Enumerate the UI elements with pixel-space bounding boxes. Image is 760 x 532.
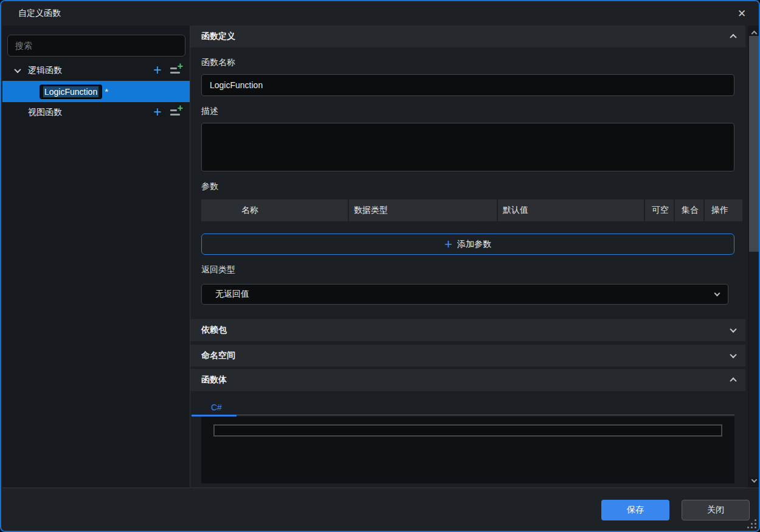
scroll-down-arrow[interactable] [748,475,760,485]
function-tree-sidebar: 逻辑函数 + + LogicFunction * 视图函数 + + [2,26,190,487]
resize-grip[interactable] [745,517,758,530]
chevron-down-icon [714,291,720,297]
scrollbar-thumb[interactable] [749,36,759,252]
plus-icon: + [444,238,452,250]
chevron-up-icon [730,378,736,384]
tab-csharp[interactable]: C# [201,399,232,415]
add-param-button[interactable]: + 添加参数 [201,233,734,255]
add-param-label: 添加参数 [457,239,491,250]
vertical-scrollbar[interactable] [748,26,760,488]
custom-function-dialog: 自定义函数 ✕ 逻辑函数 + + LogicFunction * 视图函数 [0,0,760,532]
tree-item-logicfunction[interactable]: LogicFunction * [2,81,190,102]
dialog-footer: 保存 关闭 [2,488,760,531]
chevron-down-icon [730,351,736,358]
tree-group-view-functions[interactable]: 视图函数 + + [2,104,190,121]
tree-group-logic-functions[interactable]: 逻辑函数 + + [2,62,190,79]
tree-group-label: 视图函数 [28,107,151,118]
params-table-header: 名称 数据类型 默认值 可空 集合 操作 [201,199,742,221]
params-label: 参数 [201,181,734,193]
description-label: 描述 [201,106,734,118]
add-function-icon[interactable]: + [151,105,164,120]
col-header-nullable: 可空 [644,199,674,221]
close-icon[interactable]: ✕ [734,6,749,21]
modified-indicator: * [105,86,108,97]
col-header-default: 默认值 [497,199,644,221]
code-tabbar: C# [201,399,734,415]
chevron-up-icon [730,34,736,41]
section-title: 函数定义 [201,31,235,42]
section-title: 依赖包 [201,325,227,336]
function-name-label: 函数名称 [201,57,734,69]
definition-fields: 函数名称 描述 参数 名称 数据类型 默认值 可空 集合 操作 + 添加参数 [190,57,745,319]
rename-input[interactable]: LogicFunction [40,85,102,99]
save-button[interactable]: 保存 [601,500,669,520]
search-input[interactable] [7,35,185,57]
scroll-up-arrow[interactable] [748,27,760,36]
section-header-namespaces[interactable]: 命名空间 [190,345,745,367]
tree-group-label: 逻辑函数 [28,65,151,76]
return-type-label: 返回类型 [201,264,734,277]
function-name-input[interactable] [201,74,734,96]
form-content: 函数定义 函数名称 描述 参数 名称 数据类型 默认值 可空 集合 操作 [190,26,745,483]
col-header-datatype: 数据类型 [348,199,497,221]
section-title: 命名空间 [201,350,235,361]
add-function-icon[interactable]: + [151,63,164,78]
code-editor[interactable] [201,416,734,483]
col-header-collection: 集合 [674,199,703,221]
chevron-down-icon [730,326,736,333]
rename-input-text: LogicFunction [43,86,98,97]
dialog-title: 自定义函数 [18,8,61,19]
add-list-icon[interactable]: + [170,66,182,75]
col-header-operation: 操作 [703,199,742,221]
return-type-select[interactable]: 无返回值 [201,284,728,305]
titlebar: 自定义函数 ✕ [1,1,759,26]
col-header-name: 名称 [201,199,348,221]
main-panel: 函数定义 函数名称 描述 参数 名称 数据类型 默认值 可空 集合 操作 [190,26,760,488]
chevron-down-icon[interactable] [13,66,22,75]
scrollbar-track[interactable] [749,36,759,477]
function-tree: 逻辑函数 + + LogicFunction * 视图函数 + + [2,62,190,121]
add-list-icon[interactable]: + [170,108,182,117]
description-textarea[interactable] [201,123,734,171]
section-header-function-body[interactable]: 函数体 [190,369,745,391]
section-header-definition[interactable]: 函数定义 [190,26,745,47]
section-header-dependencies[interactable]: 依赖包 [190,319,745,341]
code-input-line[interactable] [213,424,722,437]
section-title: 函数体 [201,375,227,385]
close-button[interactable]: 关闭 [682,500,750,520]
return-type-value: 无返回值 [215,289,249,300]
